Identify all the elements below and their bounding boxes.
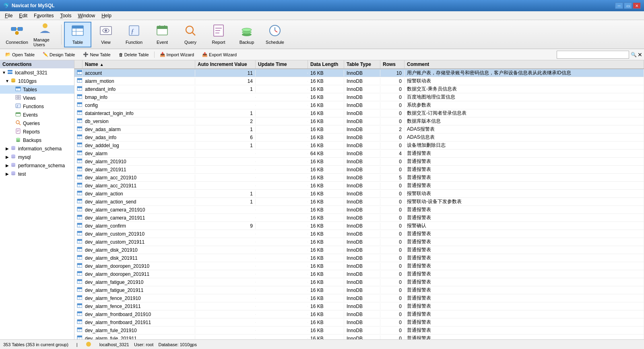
table-row[interactable]: dev_alarm_fatigue_20191016 KBInnoDB0普通报警… [74,278,644,286]
sidebar-item-functions[interactable]: ƒ Functions [0,102,74,111]
delete-table-button[interactable]: 🗑 Delete Table [115,50,153,59]
new-table-button[interactable]: ➕ New Table [79,50,114,59]
report-button[interactable]: Report [205,22,232,47]
backup-button[interactable]: Backup [233,22,260,47]
table-row[interactable]: dev_alarm_confirm916 KBInnoDB0报警确认 [74,222,644,230]
row-auto-increment [195,298,256,299]
row-rows: 0 [380,142,405,149]
table-row[interactable]: dev_alarm_action_send116 KBInnoDB0报警联动-设… [74,198,644,206]
export-wizard-button[interactable]: 📤 Export Wizard [198,50,240,59]
table-row[interactable]: attendant_info116 KBInnoDB0数据交互-乘务员信息表 [74,85,644,93]
search-input[interactable] [557,51,629,59]
table-row[interactable]: bmap_info16 KBInnoDB0百度地图地理位置信息 [74,93,644,101]
row-update-time [256,177,308,178]
sidebar-item-events[interactable]: Events [0,111,74,119]
sidebar-item-tables[interactable]: Tables [0,85,74,94]
close-button[interactable]: ✕ [633,2,641,9]
table-row[interactable]: dev_alarm_custom_20191016 KBInnoDB0普通报警表 [74,230,644,238]
table-row[interactable]: dev_alarm_fence_20191116 KBInnoDB0普通报警表 [74,302,644,310]
row-icon [74,190,83,197]
col-header-type[interactable]: Table Type [344,60,380,68]
table-row[interactable]: datainteract_login_info116 KBInnoDB0数据交互… [74,109,644,117]
sidebar-item-views[interactable]: Views [0,94,74,102]
table-row[interactable]: dev_adddel_log116 KBInnoDB0设备增加删除日志 [74,142,644,150]
table-row[interactable]: dev_alarm_camera_20191016 KBInnoDB0普通报警表 [74,206,644,214]
table-row[interactable]: dev_alarm_dooropen_20191016 KBInnoDB0普通报… [74,262,644,270]
table-button[interactable]: Table [64,22,91,47]
row-rows: 0 [380,166,405,173]
query-button[interactable]: Query [177,22,204,47]
table-row[interactable]: dev_adas_alarm116 KBInnoDB2ADAS报警表 [74,125,644,133]
table-row[interactable]: config16 KBInnoDB0系统参数表 [74,101,644,109]
col-header-length[interactable]: Data Length [308,60,344,68]
table-row[interactable]: dev_alarm64 KBInnoDB4普通报警表 [74,150,644,158]
menu-favorites[interactable]: Favorites [31,12,57,19]
menu-edit[interactable]: Edit [16,12,31,19]
col-header-update[interactable]: Update Time [256,60,308,68]
view-icon [99,24,112,39]
close-search-icon[interactable]: ✕ [638,51,642,58]
table-row[interactable]: dev_alarm_disk_20191116 KBInnoDB0普通报警表 [74,254,644,262]
table-row[interactable]: dev_alarm_custom_20191116 KBInnoDB0普通报警表 [74,238,644,246]
table-row[interactable]: dev_alarm_20191016 KBInnoDB0普通报警表 [74,158,644,166]
row-update-time [256,314,308,315]
backup-icon [240,24,253,39]
table-row[interactable]: dev_alarm_20191116 KBInnoDB0普通报警表 [74,166,644,174]
import-wizard-button[interactable]: 📥 Import Wizard [156,50,198,59]
row-update-time [256,121,308,122]
minimize-button[interactable]: ─ [615,2,623,9]
row-auto-increment [195,250,256,250]
table-row[interactable]: db_version216 KBInnoDB0数据库版本信息 [74,117,644,125]
restore-button[interactable]: ▭ [624,2,632,9]
table-row[interactable]: dev_alarm_disk_20191016 KBInnoDB0普通报警表 [74,246,644,254]
tables-icon [15,86,21,93]
table-row[interactable]: dev_adas_info616 KBInnoDB0ADAS信息表 [74,133,644,142]
table-row[interactable]: dev_alarm_fule_20191116 KBInnoDB0普通报警表 [74,335,644,339]
connection-button[interactable]: Connection [3,22,31,47]
manage-users-button[interactable]: Manage Users [31,22,59,47]
sidebar-item-localhost[interactable]: ▼ localhost_3321 [0,68,74,77]
sidebar-item-performance-schema[interactable]: ▶ performance_schema [0,161,74,170]
table-row[interactable]: dev_alarm_frontboard_20191016 KBInnoDB0普… [74,310,644,318]
events-icon [15,111,21,118]
sidebar-item-mysql[interactable]: ▶ mysql [0,153,74,161]
table-row[interactable]: dev_alarm_acc_20191116 KBInnoDB0普通报警表 [74,182,644,190]
table-row[interactable]: dev_alarm_fule_20191016 KBInnoDB0普通报警表 [74,326,644,335]
event-button[interactable]: Event [149,22,176,47]
function-button[interactable]: ƒ Function [120,22,148,47]
report-label: Report [212,40,225,45]
schedule-button[interactable]: Schedule [261,22,289,47]
sidebar-item-information-schema[interactable]: ▶ information_schema [0,144,74,153]
row-icon [74,150,83,157]
row-name: dev_alarm_custom_201911 [83,239,195,245]
menu-window[interactable]: Window [74,12,98,19]
table-row[interactable]: dev_alarm_dooropen_20191116 KBInnoDB0普通报… [74,270,644,278]
connection-icon [10,24,23,39]
menu-help[interactable]: Help [98,12,115,19]
menu-file[interactable]: File [2,12,16,19]
col-header-name[interactable]: Name▲ [83,60,195,68]
open-table-button[interactable]: 📂 Open Table [2,50,38,59]
table-row[interactable]: dev_alarm_camera_20191116 KBInnoDB0普通报警表 [74,214,644,222]
sidebar-item-1010gps[interactable]: ▼ 1010gps [0,77,74,85]
menu-tools[interactable]: Tools [57,12,74,19]
col-header-icon[interactable] [74,60,83,68]
col-header-comment[interactable]: Comment [405,60,644,68]
table-row[interactable]: dev_alarm_acc_20191016 KBInnoDB5普通报警表 [74,174,644,182]
table-row[interactable]: dev_alarm_frontboard_20191116 KBInnoDB0普… [74,318,644,326]
col-header-auto[interactable]: Auto Increment Value [195,60,256,68]
sidebar-item-queries[interactable]: Queries [0,119,74,127]
sidebar-item-test[interactable]: ▶ test [0,170,74,178]
design-table-button[interactable]: ✏️ Design Table [39,50,78,59]
view-button[interactable]: View [92,22,120,47]
database-icon [10,78,16,84]
sidebar-item-backups[interactable]: Backups [0,136,74,144]
table-row[interactable]: alarm_motion1416 KBInnoDB0报警联动表 [74,77,644,85]
table-row[interactable]: dev_alarm_fatigue_20191116 KBInnoDB0普通报警… [74,286,644,294]
sidebar-item-reports[interactable]: Reports [0,127,74,136]
svg-rect-165 [77,336,82,337]
table-row[interactable]: dev_alarm_fence_20191016 KBInnoDB0普通报警表 [74,294,644,302]
col-header-rows[interactable]: Rows [380,60,405,68]
table-row[interactable]: account1116 KBInnoDB10用户账户表，存储登录账号和密码信息，… [74,69,644,77]
table-row[interactable]: dev_alarm_action116 KBInnoDB0报警联动表 [74,190,644,198]
